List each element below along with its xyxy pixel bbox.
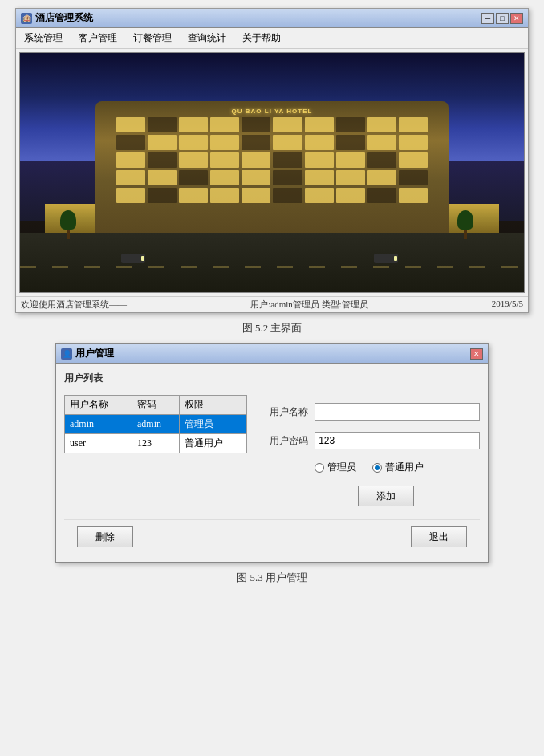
tree-top-1: [60, 210, 76, 230]
win-14: [210, 135, 239, 150]
tree-trunk-1: [67, 230, 70, 239]
radio-circle-admin: [315, 463, 324, 473]
table-row[interactable]: user 123 普通用户: [65, 434, 247, 453]
road: [20, 233, 524, 293]
win-45: [242, 188, 270, 203]
close-button-2[interactable]: ✕: [470, 348, 483, 360]
win-34: [210, 170, 239, 185]
win-6: [273, 117, 302, 132]
add-btn-row: 添加: [260, 486, 480, 506]
table-row[interactable]: admin admin 管理员: [65, 415, 247, 434]
win-11: [116, 135, 145, 150]
title-left-2: 👤 用户管理: [61, 347, 114, 360]
win-3: [179, 117, 208, 132]
radio-admin-label: 管理员: [327, 461, 356, 474]
radio-normal[interactable]: 普通用户: [372, 461, 424, 474]
username-input[interactable]: [315, 403, 480, 421]
win-controls-2: ✕: [470, 348, 483, 360]
car-2: [374, 254, 398, 263]
win-18: [336, 135, 365, 150]
win-44: [210, 188, 239, 203]
password-input[interactable]: [315, 432, 480, 449]
win-17: [305, 135, 334, 150]
exit-button[interactable]: 退出: [411, 526, 467, 547]
win-46: [273, 188, 302, 203]
minimize-button[interactable]: ─: [481, 13, 494, 24]
win-31: [116, 170, 145, 185]
col-role: 权限: [180, 396, 247, 415]
close-button-1[interactable]: ✕: [510, 13, 523, 24]
menu-system[interactable]: 系统管理: [19, 30, 67, 47]
radio-normal-label: 普通用户: [385, 461, 424, 474]
caption1: 图 5.2 主界面: [242, 321, 302, 335]
status-left: 欢迎使用酒店管理系统——: [21, 299, 127, 311]
win-4: [210, 117, 239, 132]
win-43: [179, 188, 208, 203]
tree-right: [457, 210, 473, 239]
win-27: [305, 152, 334, 168]
window-hotel-system: 🏨 酒店管理系统 ─ □ ✕ 系统管理 客户管理 订餐管理 查询统计 关于帮助 …: [15, 8, 529, 313]
menu-customer[interactable]: 客户管理: [74, 30, 122, 47]
col-password: 密码: [132, 396, 179, 415]
window1-title: 酒店管理系统: [35, 11, 93, 25]
app-icon-2: 👤: [61, 348, 72, 360]
win-35: [242, 170, 270, 185]
username-row: 用户名称: [260, 403, 480, 421]
window-user-management: 👤 用户管理 ✕ 用户列表 用户名称 密码 权限: [55, 343, 489, 563]
win-37: [305, 170, 334, 185]
delete-button[interactable]: 删除: [77, 526, 133, 547]
table-body: admin admin 管理员 user 123 普通用户: [65, 415, 247, 453]
win-22: [148, 152, 177, 168]
window2-title: 用户管理: [75, 347, 114, 360]
radio-group: 管理员 普通用户: [260, 461, 480, 474]
win-32: [148, 170, 177, 185]
win-13: [179, 135, 208, 150]
win-38: [336, 170, 365, 185]
title-left: 🏨 酒店管理系统: [21, 11, 93, 25]
win-49: [367, 188, 396, 203]
win-15: [242, 135, 270, 150]
status-middle: 用户:admin管理员 类型:管理员: [250, 299, 367, 311]
win-10: [399, 117, 428, 132]
radio-admin[interactable]: 管理员: [315, 461, 356, 474]
hotel-windows: [113, 114, 431, 206]
add-button[interactable]: 添加: [358, 486, 414, 506]
bottom-buttons: 删除 退出: [64, 519, 480, 554]
tree-left: [60, 210, 76, 239]
section-title: 用户列表: [64, 372, 480, 385]
radio-circle-normal: [372, 463, 382, 473]
col-username: 用户名称: [65, 396, 132, 415]
caption2: 图 5.3 用户管理: [237, 571, 307, 585]
user-table: 用户名称 密码 权限 admin admin 管理员 user: [64, 395, 247, 453]
win-2: [148, 117, 177, 132]
username-label: 用户名称: [260, 405, 308, 419]
win-21: [116, 152, 145, 168]
cell-password-2: 123: [132, 434, 179, 453]
win-24: [210, 152, 239, 168]
win-26: [273, 152, 302, 168]
road-line: [20, 266, 524, 268]
win-28: [336, 152, 365, 168]
maximize-button[interactable]: □: [496, 13, 509, 24]
win-7: [305, 117, 334, 132]
hotel-background: QU BAO LI YA HOTEL: [20, 53, 524, 292]
cell-role-1: 管理员: [180, 415, 247, 434]
menu-help[interactable]: 关于帮助: [237, 30, 286, 47]
menu-order[interactable]: 订餐管理: [128, 30, 177, 47]
car-light-2: [394, 256, 397, 261]
win-controls-1: ─ □ ✕: [481, 13, 523, 24]
win-42: [148, 188, 177, 203]
win-33: [179, 170, 208, 185]
win-47: [305, 188, 334, 203]
win-39: [367, 170, 396, 185]
menu-query[interactable]: 查询统计: [183, 30, 231, 47]
win-16: [273, 135, 302, 150]
dialog-body: 用户列表 用户名称 密码 权限 admin admin: [56, 364, 488, 562]
win-1: [116, 117, 145, 132]
menubar: 系统管理 客户管理 订餐管理 查询统计 关于帮助: [16, 28, 528, 49]
win-20: [399, 135, 428, 150]
cell-username-2: user: [65, 434, 132, 453]
table-header: 用户名称 密码 权限: [65, 396, 247, 415]
win-12: [148, 135, 177, 150]
win-25: [242, 152, 270, 168]
